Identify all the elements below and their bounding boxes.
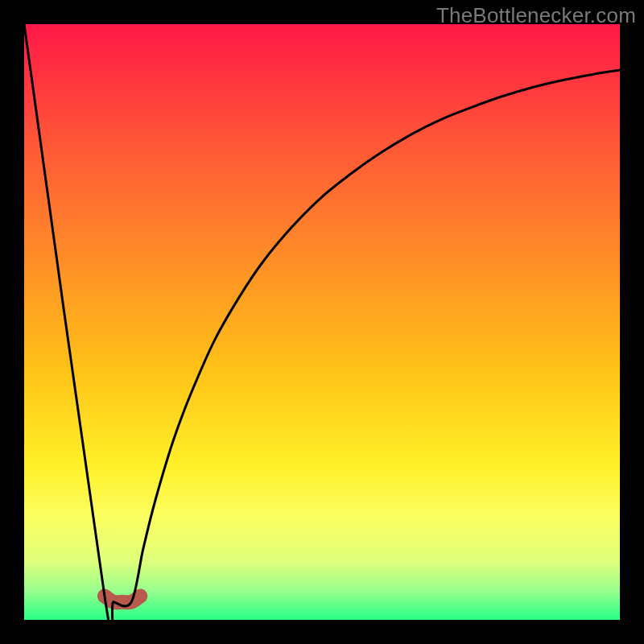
- bottleneck-chart: [24, 24, 620, 620]
- gradient-background: [24, 24, 620, 620]
- chart-frame: TheBottlenecker.com: [0, 0, 644, 644]
- plot-area: [24, 24, 620, 620]
- valley-segment: [105, 596, 140, 602]
